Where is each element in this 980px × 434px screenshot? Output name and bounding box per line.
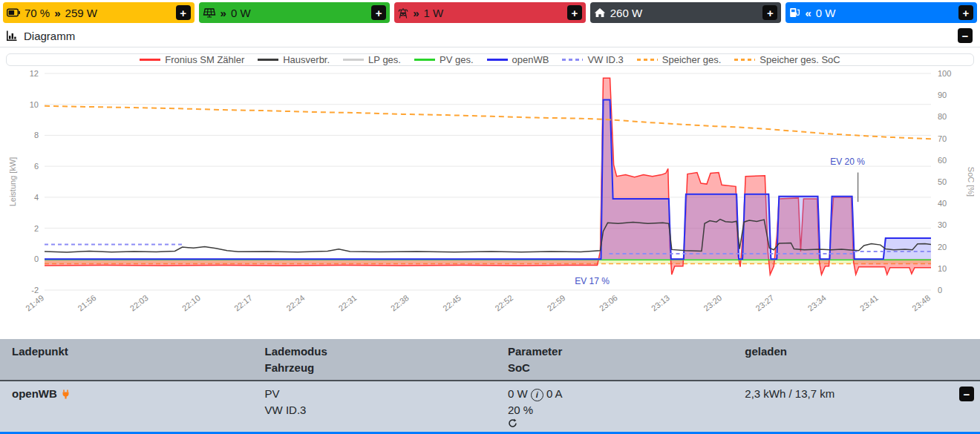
x-tick-label: 22:52 (493, 293, 514, 312)
x-tick-label: 22:45 (441, 293, 463, 312)
chart-icon (6, 30, 18, 42)
house-expand-button[interactable]: + (762, 5, 777, 20)
y-right-tick-label: 90 (938, 91, 947, 99)
y-right-tick-label: 70 (938, 134, 947, 143)
legend-swatch (734, 59, 755, 61)
y-right-axis-title: SoC [%] (967, 167, 974, 197)
legend-item-vw-id-3[interactable]: VW ID.3 (562, 54, 623, 65)
x-tick-label: 23:41 (858, 293, 880, 312)
y-right-tick-label: 30 (938, 220, 947, 229)
legend-swatch (140, 59, 160, 61)
x-tick-label: 23:48 (910, 293, 932, 312)
legend-item-speicher-ges[interactable]: Speicher ges. (637, 54, 722, 65)
row-collapse-button[interactable]: − (959, 387, 974, 401)
legend-swatch (562, 59, 583, 61)
y-right-tick-label: 50 (938, 177, 947, 186)
charging-station-icon (789, 7, 800, 18)
status-bar: 70 % » 259 W + » 0 W + » 1 W + 260 W + (0, 0, 980, 25)
x-tick-label: 23:20 (702, 293, 723, 312)
cell-lademodus-fahrzeug: PV VW ID.3 (253, 386, 496, 418)
charge-mode: PV (265, 386, 496, 402)
annotation-label: EV 17 % (575, 276, 610, 286)
diagram-section-header[interactable]: Diagramm − (0, 25, 980, 47)
section-title: Diagramm (24, 30, 75, 42)
cell-geladen: 2,3 kWh / 13,7 km (733, 386, 941, 402)
chargepoint-power-value: 0 W (816, 7, 836, 19)
charged-amount: 2,3 kWh / 13,7 km (745, 387, 834, 400)
legend-item-fronius-sm-z-hler[interactable]: Fronius SM Zähler (140, 54, 244, 65)
chargepoint-direction-chevron: « (805, 7, 811, 19)
plug-icon (61, 389, 71, 399)
x-tick-label: 22:31 (337, 293, 359, 312)
battery-soc-value: 70 % (24, 7, 50, 19)
x-tick-label: 21:49 (24, 293, 45, 312)
chargepoint-table: Ladepunkt Lademodus Fahrzeug Parameter S… (0, 339, 980, 432)
house-power-value: 260 W (610, 7, 642, 19)
x-tick-label: 22:10 (180, 293, 202, 312)
cell-parameter-soc: 0 W i 0 A 20 % (496, 386, 733, 428)
x-tick-label: 22:24 (284, 293, 306, 312)
battery-power-value: 259 W (65, 7, 97, 19)
y-left-tick-label: 8 (34, 131, 39, 139)
legend-label: PV ges. (440, 54, 474, 65)
y-left-tick-label: 10 (30, 100, 39, 109)
transmission-tower-icon (398, 7, 408, 19)
legend-label: openWB (512, 54, 549, 65)
grid-status-box: » 1 W + (394, 2, 586, 23)
battery-status-box: 70 % » 259 W + (3, 2, 195, 23)
solar-panel-icon (203, 8, 216, 18)
legend-item-pv-ges[interactable]: PV ges. (414, 54, 474, 65)
x-tick-label: 21:56 (76, 293, 97, 312)
header-lademodus-fahrzeug: Lademodus Fahrzeug (253, 343, 496, 376)
table-header-row: Ladepunkt Lademodus Fahrzeug Parameter S… (0, 339, 980, 381)
legend-item-lp-ges[interactable]: LP ges. (343, 54, 401, 65)
battery-direction-chevron: » (54, 7, 60, 19)
header-ladepunkt: Ladepunkt (0, 343, 253, 360)
y-right-tick-label: 20 (938, 243, 947, 251)
power-soc-chart: -2024681012010203040506070809010021:4921… (6, 68, 974, 329)
table-row-openwb: openWB PV VW ID.3 0 W i 0 A 20 % (0, 381, 980, 432)
info-icon[interactable]: i (531, 389, 543, 401)
pv-status-box: » 0 W + (199, 2, 391, 23)
legend-item-hausverbr[interactable]: Hausverbr. (258, 54, 330, 65)
legend-label: LP ges. (368, 54, 401, 65)
charge-current: 0 A (546, 387, 563, 400)
x-tick-label: 22:38 (389, 293, 411, 312)
grid-power-value: 1 W (424, 7, 444, 19)
pv-direction-chevron: » (220, 7, 226, 19)
legend-label: Speicher ges. SoC (760, 54, 840, 65)
y-right-tick-label: 60 (938, 156, 947, 165)
chargepoint-status-box: « 0 W + (785, 2, 977, 23)
series-speicher-ges-soc-line (45, 106, 931, 139)
legend-item-openwb[interactable]: openWB (487, 54, 549, 65)
house-status-box: 260 W + (590, 2, 782, 23)
legend-item-speicher-ges-soc[interactable]: Speicher ges. SoC (734, 54, 840, 65)
series-openwb-fill (45, 100, 931, 260)
grid-direction-chevron: » (413, 7, 419, 19)
vehicle-soc: 20 % (508, 404, 533, 416)
y-left-tick-label: 12 (30, 69, 39, 78)
chargepoint-expand-button[interactable]: + (958, 5, 973, 20)
y-left-tick-label: -2 (31, 286, 39, 295)
y-left-axis-title: Leistung [kW] (8, 157, 17, 207)
header-geladen: geladen (733, 343, 941, 360)
header-parameter-soc: Parameter SoC (496, 343, 733, 376)
refresh-icon[interactable] (508, 418, 733, 428)
cell-ladepunkt: openWB (0, 386, 253, 402)
legend-swatch (258, 59, 278, 61)
legend-swatch (414, 59, 435, 61)
pv-power-value: 0 W (231, 7, 251, 19)
grid-expand-button[interactable]: + (567, 5, 582, 20)
pv-expand-button[interactable]: + (371, 5, 386, 20)
y-left-tick-label: 2 (34, 224, 39, 233)
x-tick-label: 22:17 (232, 293, 254, 312)
y-left-tick-label: 0 (34, 254, 39, 263)
diagram-collapse-button[interactable]: − (958, 28, 973, 43)
chart-legend: Fronius SM ZählerHausverbr.LP ges.PV ges… (6, 53, 974, 66)
y-right-tick-label: 0 (938, 286, 942, 295)
legend-label: Hausverbr. (283, 54, 330, 65)
battery-expand-button[interactable]: + (176, 5, 191, 20)
x-tick-label: 22:59 (546, 293, 567, 312)
legend-swatch (637, 59, 658, 61)
x-tick-label: 22:03 (128, 293, 150, 312)
